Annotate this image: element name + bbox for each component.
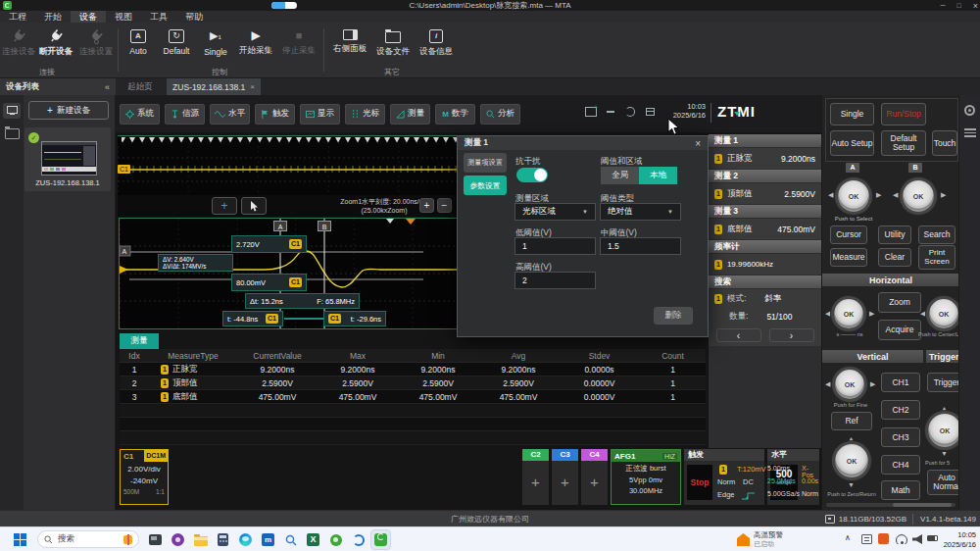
tab-device[interactable]: ZUS-192.168.138.1 × <box>167 78 261 95</box>
measure1-row[interactable]: 1 正脉宽 9.2000ns <box>709 148 821 169</box>
panel-settings-icon[interactable] <box>964 105 975 116</box>
scope-btn-system[interactable]: 系统 <box>120 104 160 125</box>
magnifier-app-icon[interactable] <box>282 531 299 548</box>
device-folder-icon[interactable] <box>5 128 20 139</box>
scope-btn-math[interactable]: M数学 <box>435 104 475 125</box>
start-button[interactable] <box>12 531 28 548</box>
measure2-row[interactable]: 1 顶部值 2.5900V <box>709 183 821 204</box>
tray-app-icon[interactable] <box>878 533 889 544</box>
ch4-button[interactable]: CH4 <box>881 455 920 475</box>
region-local-option[interactable]: 本地 <box>639 167 677 184</box>
scope-btn-source[interactable]: 信源 <box>165 104 205 125</box>
connect-device-button[interactable]: 连接设备 <box>2 25 35 58</box>
connect-settings-button[interactable]: 连接设置 <box>78 25 114 58</box>
math-button[interactable]: Math <box>881 480 920 500</box>
scope-btn-display[interactable]: 显示 <box>300 104 340 125</box>
green-app-icon[interactable] <box>327 531 344 548</box>
utility-button[interactable]: Utility <box>878 225 911 244</box>
dialog-close-icon[interactable]: × <box>695 138 701 149</box>
device-card[interactable]: ✓ ZUS-192.168.138.1 <box>24 127 111 191</box>
trigger-level-knob[interactable]: OK <box>928 414 961 447</box>
calculator-icon[interactable] <box>215 531 231 548</box>
single-fp-button[interactable]: Single <box>830 103 874 125</box>
stop-acquire-button[interactable]: ■ 停止采集 <box>278 25 319 57</box>
v-knob-left-icon[interactable]: ◀ <box>825 380 830 387</box>
default-setup-button[interactable]: Default Setup <box>881 130 926 156</box>
vertical-scale-knob[interactable]: OK <box>835 370 864 399</box>
taskbar-clock[interactable]: 10:05 2025/6/16 <box>941 530 976 549</box>
table-row[interactable]: 2 1顶部值 2.5900V 2.5900V 2.5900V 2.5900V 0… <box>120 376 706 390</box>
add-cursor-button[interactable]: + <box>212 197 237 215</box>
auto-setup-button[interactable]: Auto Setup <box>830 130 874 156</box>
measure-button[interactable]: Measure <box>830 248 867 267</box>
freq-counter-row[interactable]: 1 19.99600kHz <box>709 254 821 275</box>
start-acquire-button[interactable]: ▶ 开始采集 <box>235 25 276 57</box>
t-knob-down-icon[interactable]: ▼ <box>941 450 948 457</box>
disconnect-device-button[interactable]: 断开设备 <box>35 25 76 58</box>
v-pos-down-icon[interactable]: ▼ <box>848 481 855 488</box>
ref-button[interactable]: Ref <box>831 412 872 430</box>
search-button[interactable]: Search <box>918 225 956 244</box>
h-knob-left-icon[interactable]: ◀ <box>825 310 830 317</box>
default-button[interactable]: ↻ Default <box>157 25 196 56</box>
battery-icon[interactable] <box>927 535 938 541</box>
cursor-b-flag[interactable]: B <box>318 221 331 231</box>
ch3-button[interactable]: CH3 <box>881 427 920 447</box>
explorer-icon[interactable] <box>192 531 209 548</box>
zoom-out-button[interactable]: − <box>437 198 452 213</box>
threshold-type-select[interactable]: 绝对值▼ <box>600 203 681 221</box>
device-list-icon[interactable] <box>3 103 21 119</box>
menu-item-start[interactable]: 开始 <box>35 11 71 23</box>
mid-threshold-input[interactable]: 1.5 <box>600 237 681 255</box>
anti-noise-toggle[interactable] <box>516 168 548 182</box>
acquire-button[interactable]: Acquire <box>878 320 921 340</box>
edge-icon[interactable] <box>237 531 254 548</box>
run-stop-button[interactable]: Run/Stop <box>881 103 926 125</box>
search-next-button[interactable]: › <box>769 328 814 342</box>
col-type[interactable]: MeasureType <box>149 349 237 362</box>
wifi-icon[interactable] <box>896 534 907 544</box>
channel-c2-card[interactable]: C2 + <box>522 449 549 505</box>
m-window-icon[interactable]: m <box>260 531 276 548</box>
horizontal-scale-knob[interactable]: OK <box>834 299 863 328</box>
col-min[interactable]: Min <box>398 349 478 362</box>
device-files-button[interactable]: 设备文件 <box>372 25 414 58</box>
minimize-window-icon[interactable] <box>604 105 617 119</box>
knob-b-left-icon[interactable]: ◀ <box>893 191 898 198</box>
print-screen-button[interactable]: Print Screen <box>918 245 956 270</box>
scope-btn-cursor[interactable]: 光标 <box>345 104 385 125</box>
menu-item-project[interactable]: 工程 <box>0 11 35 23</box>
cursor-a-flag[interactable]: A <box>273 221 287 231</box>
volume-icon[interactable] <box>912 534 922 544</box>
scope-btn-trigger[interactable]: 触发 <box>255 104 295 125</box>
menu-item-view[interactable]: 视图 <box>106 11 141 23</box>
taskbar-search[interactable]: 搜索 <box>37 530 139 548</box>
auto-button[interactable]: A Auto <box>122 25 155 56</box>
channel-c4-card[interactable]: C4 + <box>581 449 608 505</box>
menu-item-help[interactable]: 帮助 <box>176 11 212 23</box>
zoom-button[interactable]: Zoom <box>878 292 921 313</box>
knob-a-left-icon[interactable]: ◀ <box>828 191 833 198</box>
tab-home[interactable]: 起始页 <box>116 78 165 95</box>
v-knob-right-icon[interactable]: ▶ <box>870 380 875 387</box>
knob-b[interactable]: OK <box>903 180 934 212</box>
knob-a-right-icon[interactable]: ▶ <box>876 191 881 198</box>
tray-expand-icon[interactable]: ∧ <box>845 533 851 542</box>
col-idx[interactable]: Idx <box>120 349 149 362</box>
table-row[interactable]: 1 1正脉宽 9.2000ns 9.2000ns 9.2000ns 9.2000… <box>120 363 706 376</box>
mta-app-icon[interactable] <box>370 529 391 550</box>
single-button[interactable]: ▶1 Single <box>198 25 233 57</box>
v-pos-up-icon[interactable]: ▲ <box>848 435 855 442</box>
table-row[interactable]: 3 1底部值 475.00mV 475.00mV 475.00mV 475.00… <box>120 390 706 404</box>
channel-c3-card[interactable]: C3 + <box>552 449 578 505</box>
sidebar-collapse-icon[interactable]: « <box>105 82 110 92</box>
region-global-option[interactable]: 全局 <box>601 167 639 184</box>
front-panel-scrollbar[interactable] <box>826 503 956 507</box>
taskview-icon[interactable] <box>147 531 164 548</box>
touch-button[interactable]: Touch <box>932 130 957 156</box>
h-knob-right-icon[interactable]: ▶ <box>869 310 874 317</box>
sync-app-icon[interactable] <box>350 531 367 548</box>
excel-icon[interactable]: X <box>305 531 321 548</box>
purple-app-icon[interactable] <box>170 531 186 548</box>
measure-tab[interactable]: 测量 <box>120 333 159 349</box>
